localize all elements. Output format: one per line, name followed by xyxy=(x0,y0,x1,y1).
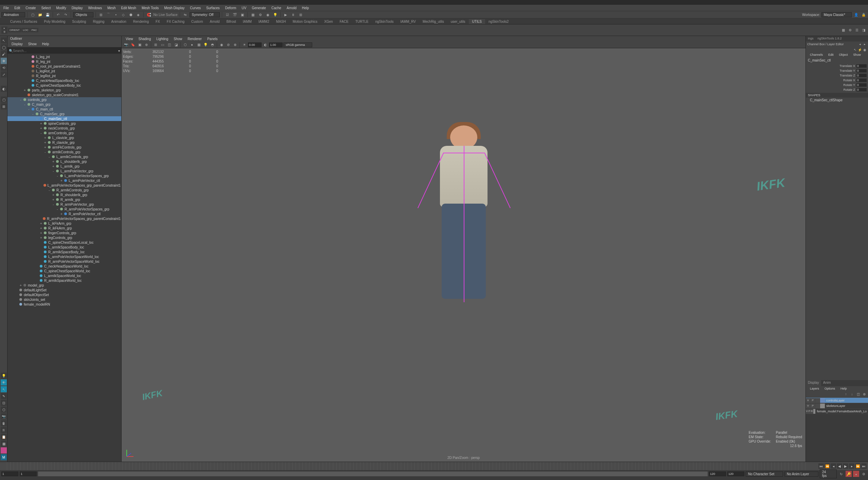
layer-color-swatch[interactable] xyxy=(820,398,825,403)
trash-icon[interactable]: 🗑 xyxy=(1,420,7,426)
shelf-tab-fx[interactable]: FX xyxy=(152,19,163,24)
outliner-menu-show[interactable]: Show xyxy=(25,41,39,47)
vp-resolution-gate-icon[interactable]: ◫ xyxy=(166,42,172,48)
character-set-dropdown[interactable]: No Character Set xyxy=(746,472,783,477)
outliner-item[interactable]: +L_shoulderIk_grp xyxy=(7,159,121,164)
scale-tool-icon[interactable]: ⤢ xyxy=(1,71,7,78)
tree-toggle-icon[interactable]: + xyxy=(39,236,43,240)
outliner-item[interactable]: R_armIkSpaceBody_loc xyxy=(7,250,121,254)
layer-menu-help[interactable]: Help xyxy=(838,386,850,392)
shelf-tab-motion-graphics[interactable]: Motion Graphics xyxy=(289,19,321,24)
range-slider[interactable] xyxy=(38,472,708,476)
playblast-icon[interactable]: ▶ xyxy=(283,12,289,18)
pause-icon[interactable]: ⏸ xyxy=(290,12,296,18)
snap-view-icon[interactable]: ◈ xyxy=(135,12,141,18)
outliner-item[interactable]: +R_clavicle_grp xyxy=(7,140,121,145)
construction-history-icon[interactable]: ☑ xyxy=(224,12,230,18)
tree-toggle-icon[interactable]: - xyxy=(48,188,51,192)
layer-menu-options[interactable]: Options xyxy=(822,386,838,392)
clipboard-icon[interactable]: 📋 xyxy=(1,434,7,440)
tree-toggle-icon[interactable]: + xyxy=(52,160,55,164)
outliner-item[interactable]: R_leg_jnt xyxy=(7,59,121,64)
tree-toggle-icon[interactable]: + xyxy=(52,198,55,202)
tree-toggle-icon[interactable]: - xyxy=(52,169,55,173)
save-scene-icon[interactable]: 💾 xyxy=(45,12,51,18)
layer-vis-toggle[interactable]: V xyxy=(806,398,811,403)
shelf-btn-loc[interactable]: LOC xyxy=(21,28,30,32)
outliner-item[interactable]: -R_armPoleVector_grp xyxy=(7,202,121,207)
lock-icon[interactable]: 🔒 xyxy=(861,12,867,18)
redo-icon[interactable]: ↷ xyxy=(63,12,69,18)
outliner-item[interactable]: -C_mainSec_grp xyxy=(7,112,121,116)
outliner-item[interactable]: +fingerControls_grp xyxy=(7,230,121,235)
vp-shaded-icon[interactable]: ● xyxy=(189,42,195,48)
shelf-tab-face[interactable]: FACE xyxy=(336,19,352,24)
shape-name[interactable]: C_mainSec_ctlShape xyxy=(806,98,868,103)
menu-mesh-display[interactable]: Mesh Display xyxy=(161,5,187,11)
layer-row[interactable]: VPcontrolsLayer xyxy=(806,398,868,403)
snap-plane-icon[interactable]: ◇ xyxy=(120,12,126,18)
shelf-tab-custom[interactable]: Custom xyxy=(188,19,206,24)
channel-manip-icon[interactable]: ↖ xyxy=(853,48,857,52)
outliner-item[interactable]: +L_armPoleVector_ctl xyxy=(7,178,121,183)
select-tool-icon[interactable]: ↖ xyxy=(1,37,7,44)
tree-toggle-icon[interactable]: - xyxy=(56,174,59,178)
tree-toggle-icon[interactable]: - xyxy=(19,98,22,102)
outliner-item[interactable]: L_armIkSpaceBody_loc xyxy=(7,245,121,250)
vp-textured-icon[interactable]: ▦ xyxy=(196,42,202,48)
outliner-item[interactable]: +spineControls_grp xyxy=(7,121,121,126)
render-view-icon[interactable]: ▦ xyxy=(250,12,256,18)
single-pane-icon[interactable]: ▢ xyxy=(1,97,7,103)
layer-color-swatch[interactable] xyxy=(813,409,816,414)
fps-dropdown[interactable]: 24 fps xyxy=(820,469,837,478)
shelf-btn-orient[interactable]: ORIENT xyxy=(8,28,21,32)
channel-nav-right-icon[interactable]: ▸ xyxy=(863,42,867,46)
viewport-menu-renderer[interactable]: Renderer xyxy=(185,36,205,41)
channel-speed-icon[interactable]: ⚡ xyxy=(858,48,862,52)
channel-hyper-icon[interactable]: ◉ xyxy=(863,48,867,52)
vp-image-plane-icon[interactable]: ▣ xyxy=(137,42,143,48)
layer-playback-toggle[interactable]: P xyxy=(811,404,815,408)
signin-icon[interactable]: 👤 xyxy=(853,12,859,18)
render-settings-icon[interactable]: ⚙ xyxy=(257,12,263,18)
vp-xray-joint-icon[interactable]: ⊗ xyxy=(232,42,238,48)
outliner-search-input[interactable] xyxy=(13,49,118,53)
camera-icon[interactable]: 📷 xyxy=(1,413,7,419)
search-dropdown-icon[interactable]: ▾ xyxy=(118,49,120,53)
channel-menu-show[interactable]: Show xyxy=(851,52,864,58)
layer-new-empty-icon[interactable]: ◫ xyxy=(856,392,861,396)
menu-deform[interactable]: Deform xyxy=(223,5,239,11)
pencil-icon[interactable]: ✎ xyxy=(1,393,7,399)
menu-help[interactable]: Help xyxy=(299,5,312,11)
outliner-item[interactable]: -L_armIkControls_grp xyxy=(7,154,121,159)
color-swatch-icon[interactable] xyxy=(1,447,7,453)
outliner-item[interactable]: +L_clavicle_grp xyxy=(7,135,121,140)
shelf-tab-iamm-rv[interactable]: IAMM_RV xyxy=(397,19,419,24)
tree-toggle-icon[interactable]: - xyxy=(35,117,39,121)
tree-toggle-icon[interactable]: + xyxy=(43,141,47,144)
outliner-item[interactable]: female_modelRN xyxy=(7,302,121,307)
tree-toggle-icon[interactable]: - xyxy=(43,150,47,154)
outliner-item[interactable]: C_spineChestSpaceWorld_loc xyxy=(7,269,121,273)
channel-menu-channels[interactable]: Channels xyxy=(807,52,826,58)
tree-toggle-icon[interactable]: + xyxy=(43,136,47,140)
attr-value-input[interactable]: 0 xyxy=(856,88,867,91)
symmetry-dropdown[interactable]: Symmetry: Off xyxy=(190,12,220,17)
menu-select[interactable]: Select xyxy=(38,5,53,11)
panel-layout-icon[interactable]: ⊞ xyxy=(298,12,304,18)
right-tab[interactable]: ings xyxy=(806,36,816,41)
tree-toggle-icon[interactable]: + xyxy=(43,145,47,149)
menu-cache[interactable]: Cache xyxy=(269,5,284,11)
attr-value-input[interactable]: 0 xyxy=(856,69,867,72)
shelf-tab-utils[interactable]: UTILS xyxy=(469,19,485,24)
channel-nav-left-icon[interactable]: ◂ xyxy=(858,42,862,46)
hypershade-icon[interactable]: ◉ xyxy=(265,12,271,18)
module-dropdown[interactable]: Animation xyxy=(1,12,25,17)
play-forward-icon[interactable]: ▶ xyxy=(843,463,848,469)
outliner-item[interactable]: L_armPoleVectorSpaceWorld_loc xyxy=(7,254,121,259)
workspace-dropdown[interactable]: Maya Classic* xyxy=(821,12,852,17)
loop-icon[interactable]: ↻ xyxy=(838,471,844,477)
outliner-item[interactable]: L_leg_jnt xyxy=(7,54,121,59)
outliner-item[interactable]: R_armPoleVectorSpaceWorld_loc xyxy=(7,259,121,264)
menu-windows[interactable]: Windows xyxy=(85,5,105,11)
